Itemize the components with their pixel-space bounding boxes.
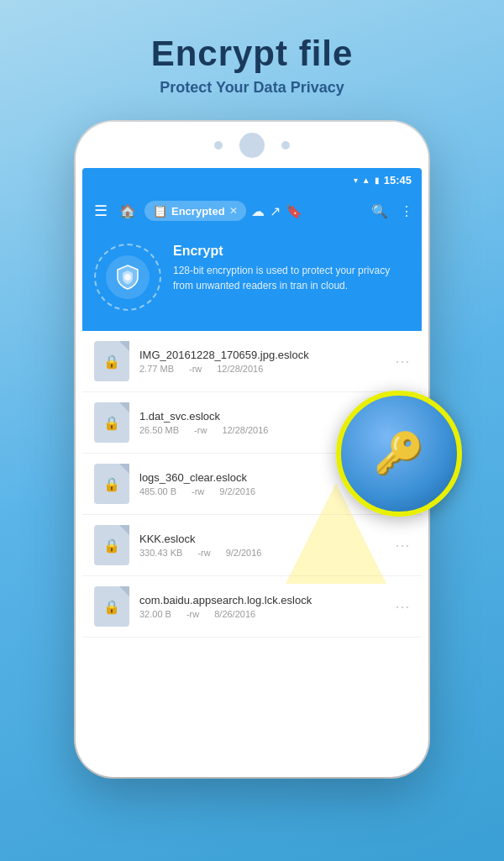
file-icon: 🔒 bbox=[94, 402, 129, 443]
file-perms: -rw bbox=[189, 364, 202, 374]
bookmark-icon: 🔖 bbox=[286, 203, 302, 219]
encrypt-banner: Encrypt 128-bit encryption is used to pr… bbox=[82, 230, 422, 331]
phone-top-bar bbox=[76, 122, 428, 168]
status-icons: ▾ ▲ ▮ 15:45 bbox=[354, 174, 412, 186]
file-size: 2.77 MB bbox=[139, 364, 174, 374]
more-icon[interactable]: ⋮ bbox=[400, 203, 413, 219]
tab-file-icon: 📋 bbox=[153, 204, 167, 218]
file-perms: -rw bbox=[186, 609, 199, 619]
app-subtitle: Protect Your Data Privacy bbox=[151, 79, 354, 97]
wifi-icon: ▾ bbox=[354, 176, 358, 185]
signal-icon: ▲ bbox=[362, 176, 370, 185]
app-title: Encrypt file bbox=[151, 34, 354, 74]
file-info: IMG_20161228_170659.jpg.eslock 2.77 MB -… bbox=[139, 349, 385, 374]
shield-icon bbox=[114, 264, 141, 291]
keyhole-icon: 🔑 bbox=[374, 430, 424, 477]
file-size: 32.00 B bbox=[139, 609, 171, 619]
file-name: com.baidu.appsearch.log.lck.eslock bbox=[139, 594, 385, 606]
lock-icon: 🔒 bbox=[103, 538, 120, 554]
file-info: com.baidu.appsearch.log.lck.eslock 32.00… bbox=[139, 594, 385, 619]
app-header: Encrypt file Protect Your Data Privacy bbox=[151, 34, 354, 97]
file-date: 9/2/2016 bbox=[226, 548, 262, 558]
file-options-icon[interactable]: ⋯ bbox=[395, 352, 410, 370]
file-date: 12/28/2016 bbox=[217, 364, 263, 374]
tab-label: Encrypted bbox=[171, 205, 225, 218]
file-size: 26.50 MB bbox=[139, 425, 179, 435]
battery-icon: ▮ bbox=[375, 176, 380, 185]
svg-point-0 bbox=[124, 274, 131, 281]
file-name: IMG_20161228_170659.jpg.eslock bbox=[139, 349, 385, 361]
cloud-icon: ☁ bbox=[251, 203, 265, 219]
file-icon: 🔒 bbox=[94, 464, 129, 504]
file-date: 9/2/2016 bbox=[219, 486, 255, 496]
hamburger-icon[interactable]: ☰ bbox=[91, 198, 111, 223]
file-date: 8/26/2016 bbox=[214, 609, 255, 619]
clock: 15:45 bbox=[384, 174, 412, 186]
lock-icon: 🔒 bbox=[103, 476, 120, 492]
lock-icon: 🔒 bbox=[103, 354, 120, 370]
lock-overlay-circle: 🔑 bbox=[336, 391, 462, 517]
camera-dot bbox=[214, 141, 223, 150]
search-icon[interactable]: 🔍 bbox=[371, 203, 388, 219]
file-options-icon[interactable]: ⋯ bbox=[395, 536, 410, 554]
file-date: 12/28/2016 bbox=[222, 425, 268, 435]
shield-inner bbox=[106, 255, 150, 299]
file-size: 330.43 KB bbox=[139, 548, 182, 558]
shield-outer-ring bbox=[94, 244, 161, 311]
file-list-item[interactable]: 🔒 IMG_20161228_170659.jpg.eslock 2.77 MB… bbox=[82, 331, 422, 392]
file-perms: -rw bbox=[192, 486, 204, 496]
upload-icon: ↗ bbox=[270, 203, 281, 219]
lock-circle: 🔑 bbox=[336, 391, 462, 517]
lock-icon: 🔒 bbox=[103, 599, 120, 615]
nav-right-icons: 🔍 ⋮ bbox=[371, 203, 413, 219]
encrypt-description: 128-bit encryption is used to protect yo… bbox=[173, 263, 410, 293]
tab-close-icon[interactable]: ✕ bbox=[229, 205, 238, 217]
phone-mockup: 🔑 ▾ ▲ ▮ 15:45 ☰ 🏠 bbox=[76, 122, 428, 777]
file-icon: 🔒 bbox=[94, 586, 129, 627]
front-camera bbox=[239, 133, 265, 158]
home-icon[interactable]: 🏠 bbox=[116, 200, 139, 223]
encrypt-text-block: Encrypt 128-bit encryption is used to pr… bbox=[173, 244, 410, 293]
status-bar: ▾ ▲ ▮ 15:45 bbox=[82, 168, 422, 192]
file-meta: 32.00 B -rw 8/26/2016 bbox=[139, 609, 385, 619]
file-icon: 🔒 bbox=[94, 341, 129, 381]
file-perms: -rw bbox=[197, 548, 210, 558]
file-size: 485.00 B bbox=[139, 486, 176, 496]
encrypted-tab[interactable]: 📋 Encrypted ✕ bbox=[144, 201, 246, 221]
lock-icon: 🔒 bbox=[103, 415, 120, 431]
shield-container bbox=[94, 244, 161, 311]
file-perms: -rw bbox=[194, 425, 207, 435]
file-meta: 2.77 MB -rw 12/28/2016 bbox=[139, 364, 385, 374]
encrypt-title: Encrypt bbox=[173, 244, 410, 259]
sensor-dot bbox=[281, 141, 290, 150]
navigation-bar: ☰ 🏠 📋 Encrypted ✕ ☁ ↗ 🔖 🔍 ⋮ bbox=[82, 192, 422, 230]
file-list-item[interactable]: 🔒 com.baidu.appsearch.log.lck.eslock 32.… bbox=[82, 576, 422, 638]
file-icon: 🔒 bbox=[94, 525, 129, 565]
file-options-icon[interactable]: ⋯ bbox=[395, 597, 410, 616]
